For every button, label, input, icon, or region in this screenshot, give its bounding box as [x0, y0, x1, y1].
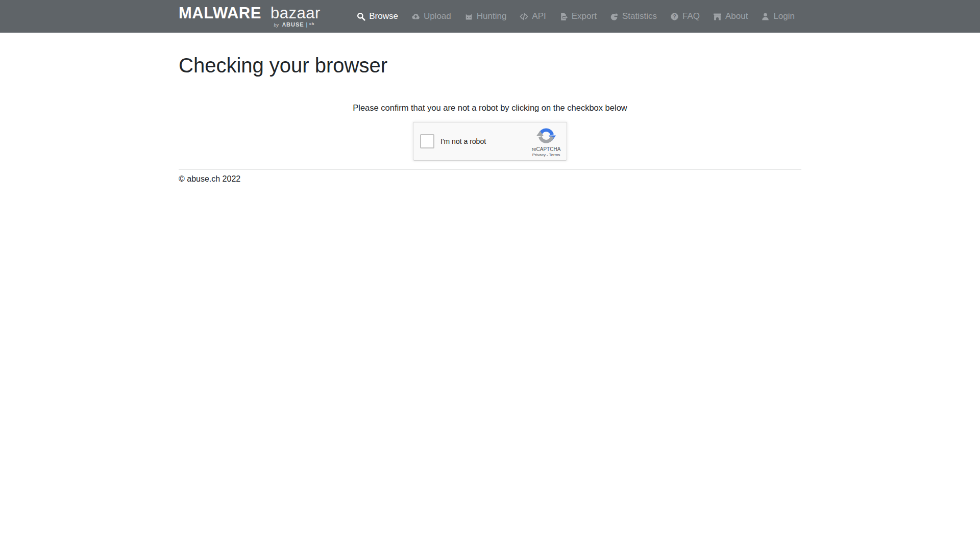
brand-name-bold: MALWARE [179, 4, 261, 22]
nav-item-statistics[interactable]: Statistics [603, 11, 664, 21]
nav-item-login[interactable]: Login [754, 11, 801, 21]
recaptcha-privacy-link[interactable]: Privacy [532, 153, 546, 157]
top-navbar: MALWARE bazaar by ΛBUSE | ch Browse [0, 0, 980, 33]
recaptcha-brand-text: reCAPTCHA [532, 146, 561, 152]
byline-separator: | [305, 21, 308, 28]
recaptcha-logo-icon [536, 126, 556, 145]
nav-item-hunting[interactable]: Hunting [458, 11, 513, 21]
question-circle-icon: ? [670, 12, 679, 21]
main-content: Checking your browser Please confirm tha… [179, 53, 801, 184]
nav-item-label: Login [773, 11, 795, 21]
archway-icon [713, 12, 722, 21]
code-icon [520, 12, 528, 21]
recaptcha-logo-block: reCAPTCHA Privacy-Terms [530, 126, 562, 157]
cat-icon [464, 12, 473, 21]
nav-item-label: FAQ [682, 11, 700, 21]
nav-item-about[interactable]: About [706, 11, 754, 21]
nav-item-label: API [532, 11, 546, 21]
file-export-icon [559, 12, 568, 21]
nav-item-export[interactable]: Export [553, 11, 603, 21]
nav-item-label: Export [572, 11, 597, 21]
footer-copyright: © abuse.ch 2022 [179, 174, 801, 184]
recaptcha-checkbox[interactable] [420, 134, 434, 148]
user-icon [761, 12, 770, 21]
cloud-upload-icon [411, 12, 420, 21]
brand-name: MALWARE bazaar [179, 5, 321, 21]
brand-byline: by ΛBUSE | ch [274, 22, 314, 28]
brand-name-light: bazaar [271, 4, 321, 22]
page-title: Checking your browser [179, 53, 801, 78]
recaptcha-links: Privacy-Terms [532, 153, 560, 157]
recaptcha-links-separator: - [546, 153, 549, 157]
pie-chart-icon [610, 12, 619, 21]
nav-item-label: Hunting [477, 11, 507, 21]
main-nav: Browse Upload Hunting [350, 11, 801, 21]
nav-item-api[interactable]: API [513, 11, 552, 21]
nav-item-faq[interactable]: ? FAQ [664, 11, 706, 21]
recaptcha-checkbox-label: I'm not a robot [440, 137, 486, 145]
nav-item-upload[interactable]: Upload [405, 11, 458, 21]
brand-logo[interactable]: MALWARE bazaar by ΛBUSE | ch [179, 5, 321, 28]
nav-item-label: Upload [424, 11, 451, 21]
byline-tld: ch [309, 21, 314, 26]
search-icon [357, 12, 365, 21]
byline-by: by [274, 22, 279, 28]
recaptcha-terms-link[interactable]: Terms [549, 153, 560, 157]
footer-divider [179, 169, 801, 170]
nav-item-browse[interactable]: Browse [350, 11, 405, 21]
byline-brand: ΛBUSE [282, 21, 304, 28]
nav-item-label: About [725, 11, 748, 21]
nav-item-label: Browse [369, 11, 398, 21]
recaptcha-widget: I'm not a robot reCAPTCHA Privacy-Terms [413, 122, 567, 161]
nav-item-label: Statistics [622, 11, 657, 21]
navbar-container: MALWARE bazaar by ΛBUSE | ch Browse [179, 5, 801, 28]
robot-instruction-text: Please confirm that you are not a robot … [179, 103, 801, 113]
svg-text:?: ? [673, 14, 676, 19]
